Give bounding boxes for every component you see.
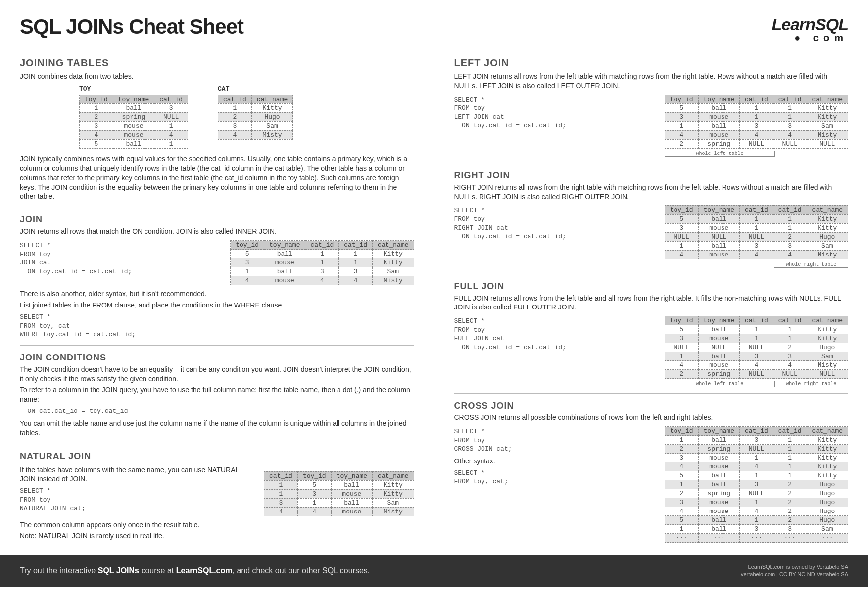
divider-line xyxy=(454,163,849,163)
divider-line xyxy=(454,393,849,394)
code-cond: ON cat.cat_id = toy.cat_id xyxy=(20,407,414,416)
nat-text-1: If the tables have columns with the same… xyxy=(20,465,249,484)
heading-right-join: RIGHT JOIN xyxy=(454,170,849,181)
cross-other-syntax: Other syntax: xyxy=(454,457,512,466)
join-result-table: toy_idtoy_namecat_idcat_idcat_name5ball1… xyxy=(230,240,414,285)
old-syntax-1: There is also another, older syntax, but… xyxy=(20,289,414,299)
natural-result-table: cat_idtoy_idtoy_namecat_name15ballKitty1… xyxy=(264,471,414,516)
divider-line xyxy=(20,207,414,207)
code-join: SELECT * FROM toy JOIN cat ON toy.cat_id… xyxy=(20,241,132,276)
topbar: SQL JOINs Cheat Sheet LearnSQL ● com xyxy=(20,15,848,44)
toy-caption: TOY xyxy=(79,85,188,93)
code-cross-join-1: SELECT * FROM toy CROSS JOIN cat; xyxy=(454,427,512,454)
toy-table: toy_idtoy_namecat_id1ball32springNULL3mo… xyxy=(79,95,188,149)
page: SQL JOINs Cheat Sheet LearnSQL ● com JOI… xyxy=(0,0,868,545)
logo-line1: LearnSQL xyxy=(772,15,848,34)
footer-credits: LearnSQL.com is owned by Vertabelo SA ve… xyxy=(741,563,848,578)
logo: LearnSQL ● com xyxy=(772,15,848,44)
heading-natural-join: NATURAL JOIN xyxy=(20,451,414,461)
code-full-join: SELECT * FROM toy FULL JOIN cat ON toy.c… xyxy=(454,317,566,352)
divider-line xyxy=(454,274,849,274)
full-join-result-table: toy_idtoy_namecat_idcat_idcat_name5ball1… xyxy=(665,316,848,379)
right-join-footnote: whole right table xyxy=(665,261,848,268)
right-column: LEFT JOIN LEFT JOIN returns all rows fro… xyxy=(454,49,849,545)
heading-joining-tables: JOINING TABLES xyxy=(20,57,414,69)
heading-cross-join: CROSS JOIN xyxy=(454,401,849,411)
code-natural: SELECT * FROM toy NATURAL JOIN cat; xyxy=(20,487,249,513)
divider-line xyxy=(20,444,414,444)
code-old: SELECT * FROM toy, cat WHERE toy.cat_id … xyxy=(20,313,414,339)
nat-text-3: Note: NATURAL JOIN is rarely used in rea… xyxy=(20,531,414,541)
intro-text: JOIN combines data from two tables. xyxy=(20,72,414,81)
cross-join-text: CROSS JOIN returns all possible combinat… xyxy=(454,413,849,422)
full-join-text: FULL JOIN returns all rows from the left… xyxy=(454,294,849,312)
left-join-footnote: whole left table xyxy=(665,151,848,157)
code-right-join: SELECT * FROM toy RIGHT JOIN cat ON toy.… xyxy=(454,206,566,241)
heading-join-conditions: JOIN CONDITIONS xyxy=(20,353,414,363)
left-join-result-table: toy_idtoy_namecat_idcat_idcat_name5ball1… xyxy=(665,95,848,149)
cond-text-3: You can omit the table name and use just… xyxy=(20,419,414,438)
footer-cta: Try out the interactive SQL JOINs course… xyxy=(20,566,370,575)
old-syntax-2: List joined tables in the FROM clause, a… xyxy=(20,301,414,310)
footer: Try out the interactive SQL JOINs course… xyxy=(0,555,868,587)
source-tables: TOY toy_idtoy_namecat_id1ball32springNUL… xyxy=(20,85,414,151)
right-join-text: RIGHT JOIN returns all rows from the rig… xyxy=(454,183,849,202)
full-join-footnote: whole left table whole right table xyxy=(665,381,848,387)
cat-table: cat_idcat_name1Kitty2Hugo3Sam4Misty xyxy=(218,95,293,140)
divider-line xyxy=(20,345,414,346)
heading-join: JOIN xyxy=(20,214,414,225)
left-column: JOINING TABLES JOIN combines data from t… xyxy=(20,49,414,545)
heading-left-join: LEFT JOIN xyxy=(454,57,849,69)
right-join-result-table: toy_idtoy_namecat_idcat_idcat_name5ball1… xyxy=(665,205,848,259)
code-left-join: SELECT * FROM toy LEFT JOIN cat ON toy.c… xyxy=(454,96,566,130)
cond-text-2: To refer to a column in the JOIN query, … xyxy=(20,385,414,404)
page-title: SQL JOINs Cheat Sheet xyxy=(20,15,243,39)
cond-text-1: The JOIN condition doesn't have to be an… xyxy=(20,365,414,384)
column-divider xyxy=(434,49,434,545)
cross-join-result-table: toy_idtoy_namecat_idcat_idcat_name1ball3… xyxy=(665,426,848,543)
nat-text-2: The common column appears only once in t… xyxy=(20,520,414,530)
columns: JOINING TABLES JOIN combines data from t… xyxy=(20,49,848,545)
left-join-text: LEFT JOIN returns all rows from the left… xyxy=(454,72,849,91)
heading-full-join: FULL JOIN xyxy=(454,281,849,292)
join-description: JOIN typically combines rows with equal … xyxy=(20,154,414,201)
code-cross-join-2: SELECT * FROM toy, cat; xyxy=(454,469,512,486)
cat-caption: CAT xyxy=(218,85,293,93)
join-text: JOIN returns all rows that match the ON … xyxy=(20,227,414,236)
